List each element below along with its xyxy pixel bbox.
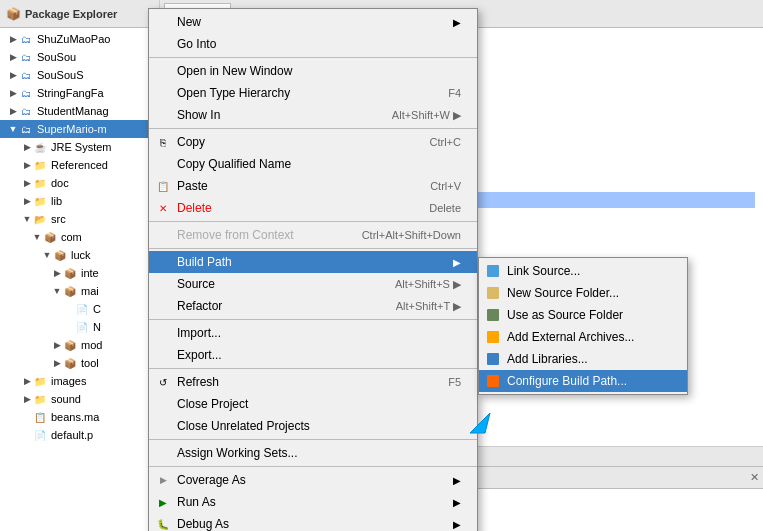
menu-item-new[interactable]: New ▶ (149, 11, 477, 33)
shortcut-label: Ctrl+C (410, 136, 461, 148)
menu-item-runas[interactable]: ▶ Run As ▶ (149, 491, 477, 513)
delete-icon: ✕ (155, 200, 171, 216)
menu-item-label: Add External Archives... (507, 330, 634, 344)
shortcut-label: Ctrl+Alt+Shift+Down (342, 229, 461, 241)
menu-item-label: Paste (177, 179, 208, 193)
submenu-arrow-icon: ▶ (453, 257, 461, 268)
menu-item-label: Close Project (177, 397, 248, 411)
menu-item-buildpath[interactable]: Build Path ▶ (149, 251, 477, 273)
menu-item-label: Remove from Context (177, 228, 294, 242)
menu-separator (149, 248, 477, 249)
shortcut-label: Alt+Shift+W ▶ (372, 109, 461, 122)
menu-item-label: Import... (177, 326, 221, 340)
shortcut-label: F4 (428, 87, 461, 99)
menu-item-label: Go Into (177, 37, 216, 51)
new-source-folder-icon (485, 285, 501, 301)
menu-item-openinwindow[interactable]: Open in New Window (149, 60, 477, 82)
menu-item-label: Build Path (177, 255, 232, 269)
paste-icon: 📋 (155, 178, 171, 194)
menu-separator (149, 57, 477, 58)
menu-item-assignworkingsets[interactable]: Assign Working Sets... (149, 442, 477, 464)
menu-item-addlibraries[interactable]: Add Libraries... (479, 348, 687, 370)
menu-item-label: Source (177, 277, 215, 291)
menu-item-label: Use as Source Folder (507, 308, 623, 322)
menu-item-removefromcontext[interactable]: Remove from Context Ctrl+Alt+Shift+Down (149, 224, 477, 246)
menu-separator (149, 368, 477, 369)
menu-item-label: Close Unrelated Projects (177, 419, 310, 433)
context-menu: New ▶ Go Into Open in New Window Open Ty… (148, 8, 478, 531)
menu-item-debugas[interactable]: 🐛 Debug As ▶ (149, 513, 477, 531)
shortcut-label: Delete (409, 202, 461, 214)
menu-item-addexternal[interactable]: Add External Archives... (479, 326, 687, 348)
menu-item-import[interactable]: Import... (149, 322, 477, 344)
menu-item-copy[interactable]: ⎘ Copy Ctrl+C (149, 131, 477, 153)
shortcut-label: Ctrl+V (410, 180, 461, 192)
copy-icon: ⎘ (155, 134, 171, 150)
shortcut-label: Alt+Shift+T ▶ (376, 300, 461, 313)
link-source-icon (485, 263, 501, 279)
menu-item-label: Copy (177, 135, 205, 149)
shortcut-label: F5 (428, 376, 461, 388)
menu-item-label: Run As (177, 495, 216, 509)
menu-separator (149, 439, 477, 440)
menu-item-label: Add Libraries... (507, 352, 588, 366)
runas-icon: ▶ (155, 494, 171, 510)
submenu-arrow-icon: ▶ (453, 475, 461, 486)
menu-item-label: New (177, 15, 201, 29)
menu-item-label: Refactor (177, 299, 222, 313)
menu-item-label: Assign Working Sets... (177, 446, 298, 460)
add-external-icon (485, 329, 501, 345)
menu-item-newsourcefolder[interactable]: New Source Folder... (479, 282, 687, 304)
menu-item-linksource[interactable]: Link Source... (479, 260, 687, 282)
menu-item-label: Coverage As (177, 473, 246, 487)
menu-separator (149, 128, 477, 129)
menu-item-label: Link Source... (507, 264, 580, 278)
menu-item-label: Debug As (177, 517, 229, 531)
menu-item-refresh[interactable]: ↺ Refresh F5 (149, 371, 477, 393)
menu-item-configurebuildpath[interactable]: Configure Build Path... (479, 370, 687, 392)
menu-item-label: Copy Qualified Name (177, 157, 291, 171)
coverage-icon: ▶ (155, 472, 171, 488)
menu-item-label: Delete (177, 201, 212, 215)
use-as-source-icon (485, 307, 501, 323)
menu-separator (149, 466, 477, 467)
menu-item-label: Refresh (177, 375, 219, 389)
menu-item-source[interactable]: Source Alt+Shift+S ▶ (149, 273, 477, 295)
menu-item-refactor[interactable]: Refactor Alt+Shift+T ▶ (149, 295, 477, 317)
menu-item-label: Open in New Window (177, 64, 292, 78)
menu-separator (149, 319, 477, 320)
submenu-arrow-icon: ▶ (453, 519, 461, 530)
menu-item-closeproject[interactable]: Close Project (149, 393, 477, 415)
configure-icon (485, 373, 501, 389)
refresh-icon: ↺ (155, 374, 171, 390)
menu-item-showin[interactable]: Show In Alt+Shift+W ▶ (149, 104, 477, 126)
menu-item-copyqualified[interactable]: Copy Qualified Name (149, 153, 477, 175)
menu-item-label: Show In (177, 108, 220, 122)
menu-item-gointo[interactable]: Go Into (149, 33, 477, 55)
menu-separator (149, 221, 477, 222)
shortcut-label: Alt+Shift+S ▶ (375, 278, 461, 291)
menu-item-export[interactable]: Export... (149, 344, 477, 366)
debugas-icon: 🐛 (155, 516, 171, 531)
add-libraries-icon (485, 351, 501, 367)
submenu-arrow-icon: ▶ (453, 497, 461, 508)
menu-item-useassource[interactable]: Use as Source Folder (479, 304, 687, 326)
context-menu-overlay: New ▶ Go Into Open in New Window Open Ty… (0, 0, 763, 531)
menu-item-label: Configure Build Path... (507, 374, 627, 388)
menu-item-coverageas[interactable]: ▶ Coverage As ▶ (149, 469, 477, 491)
menu-item-label: New Source Folder... (507, 286, 619, 300)
menu-item-opentypehierarchy[interactable]: Open Type Hierarchy F4 (149, 82, 477, 104)
build-path-submenu: Link Source... New Source Folder... Use … (478, 257, 688, 395)
submenu-arrow-icon: ▶ (453, 17, 461, 28)
menu-item-label: Export... (177, 348, 222, 362)
menu-item-label: Open Type Hierarchy (177, 86, 290, 100)
menu-item-paste[interactable]: 📋 Paste Ctrl+V (149, 175, 477, 197)
menu-item-delete[interactable]: ✕ Delete Delete (149, 197, 477, 219)
menu-item-closeunrelated[interactable]: Close Unrelated Projects (149, 415, 477, 437)
